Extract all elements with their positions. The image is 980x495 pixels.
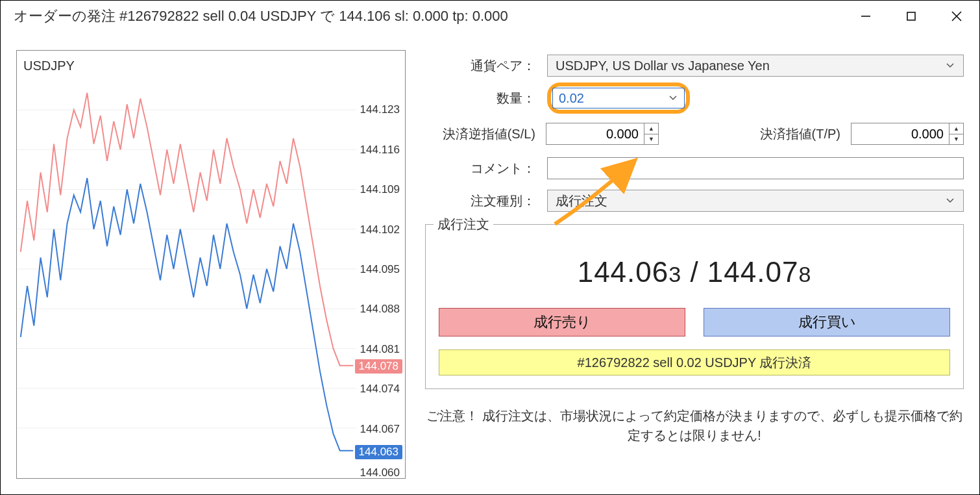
sl-label: 決済逆指値(S/L)	[425, 125, 535, 143]
bid-ask-display: 144.063 / 144.078	[439, 256, 950, 288]
minimize-button[interactable]	[843, 1, 888, 32]
pair-label: 通貨ペア：	[425, 57, 535, 75]
y-tick: 144.109	[360, 183, 400, 196]
maximize-button[interactable]	[888, 1, 934, 32]
tp-label: 決済指値(T/P)	[760, 125, 840, 143]
window-title: オーダーの発注 #126792822 sell 0.04 USDJPY で 14…	[14, 6, 508, 26]
chevron-down-icon	[945, 194, 955, 209]
comment-input[interactable]	[547, 157, 964, 179]
volume-combo[interactable]: 0.02	[547, 82, 690, 114]
buy-button[interactable]: 成行買い	[704, 308, 950, 336]
tp-input-wrap: ▲▼	[851, 123, 964, 145]
volume-value: 0.02	[559, 91, 584, 106]
y-tick: 144.074	[360, 383, 400, 396]
chart-bottom-tick: 144.060	[360, 466, 400, 479]
ordertype-select[interactable]: 成行注文	[547, 190, 964, 212]
ordertype-label: 注文種別：	[425, 192, 535, 210]
order-notice: ご注意！ 成行注文は、市場状況によって約定価格が決まりますので、必ずしも提示価格…	[425, 406, 964, 445]
y-tick: 144.067	[360, 423, 400, 436]
titlebar: オーダーの発注 #126792822 sell 0.04 USDJPY で 14…	[1, 1, 979, 32]
svg-rect-1	[907, 12, 915, 20]
tick-chart: USDJPY 144.123144.116144.109144.102144.0…	[16, 50, 406, 479]
chevron-down-icon	[668, 91, 678, 106]
close-button[interactable]	[934, 1, 979, 32]
pair-select[interactable]: USDJPY, US Dollar vs Japanese Yen	[547, 55, 964, 77]
ordertype-value: 成行注文	[556, 192, 607, 210]
sl-input[interactable]	[546, 127, 644, 142]
y-tick: 144.102	[360, 223, 400, 236]
y-tick: 144.095	[360, 263, 400, 276]
volume-label: 数量：	[425, 90, 535, 107]
sl-input-wrap: ▲▼	[546, 123, 659, 145]
tp-input[interactable]	[851, 127, 949, 142]
y-tick: 144.116	[360, 144, 400, 157]
y-tick: 144.123	[360, 103, 400, 116]
ask-price-tag: 144.078	[355, 359, 402, 374]
order-form: 通貨ペア： USDJPY, US Dollar vs Japanese Yen …	[425, 50, 964, 479]
market-order-title: 成行注文	[434, 216, 493, 233]
chevron-down-icon	[945, 58, 955, 73]
market-order-group: 成行注文 144.063 / 144.078 成行売り 成行買い #126792…	[425, 224, 964, 389]
tp-spinner[interactable]: ▲▼	[949, 123, 963, 144]
sl-spinner[interactable]: ▲▼	[644, 123, 658, 144]
close-order-button[interactable]: #126792822 sell 0.02 USDJPY 成行決済	[439, 349, 950, 375]
comment-label: コメント：	[425, 160, 535, 177]
sell-button[interactable]: 成行売り	[439, 308, 685, 336]
pair-value: USDJPY, US Dollar vs Japanese Yen	[556, 58, 770, 73]
bid-price-tag: 144.063	[355, 445, 402, 459]
y-tick: 144.088	[360, 303, 400, 316]
order-window: オーダーの発注 #126792822 sell 0.04 USDJPY で 14…	[0, 0, 980, 495]
chart-canvas	[17, 51, 357, 478]
y-tick: 144.081	[360, 343, 400, 356]
